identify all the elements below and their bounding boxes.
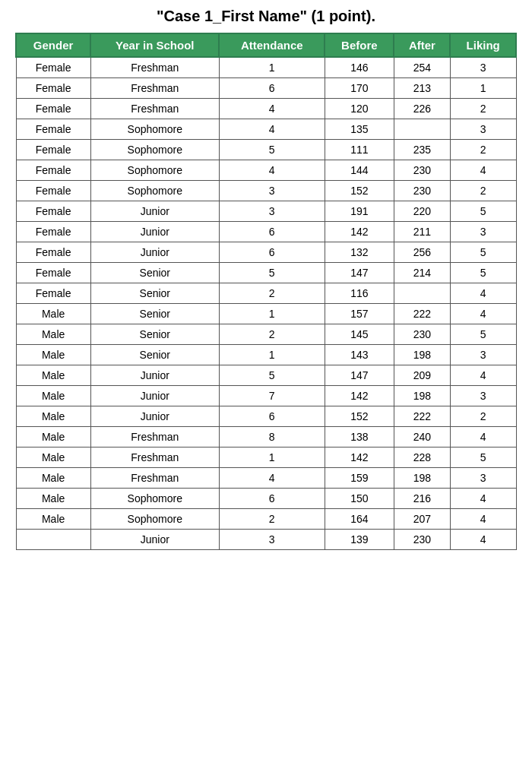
table-cell: 5 (219, 140, 325, 160)
table-cell: 4 (219, 160, 325, 181)
table-cell: Male (16, 324, 90, 345)
table-row: FemaleJunior61422113 (16, 222, 516, 242)
table-cell: 230 (394, 181, 450, 201)
header-before: Before (325, 33, 394, 57)
table-cell: 5 (219, 263, 325, 283)
table-cell (394, 119, 450, 140)
table-cell: 198 (394, 386, 450, 406)
table-cell: 157 (325, 304, 394, 324)
table-cell: 144 (325, 160, 394, 181)
header-liking: Liking (450, 33, 516, 57)
table-cell: 145 (325, 324, 394, 345)
table-cell: 2 (450, 99, 516, 119)
table-cell: Freshman (90, 78, 219, 99)
table-cell: Junior (90, 530, 219, 550)
table-row: FemaleSenior21164 (16, 283, 516, 304)
table-cell: 7 (219, 386, 325, 406)
table-cell: Female (16, 181, 90, 201)
table-row: FemaleJunior61322565 (16, 242, 516, 263)
table-cell: 207 (394, 509, 450, 530)
table-cell: 226 (394, 99, 450, 119)
table-cell: 4 (450, 530, 516, 550)
table-cell: 142 (325, 448, 394, 468)
table-cell: 5 (450, 263, 516, 283)
table-cell: Male (16, 304, 90, 324)
table-cell: 4 (450, 304, 516, 324)
table-cell: 143 (325, 345, 394, 365)
table-row: FemaleSophomore31522302 (16, 181, 516, 201)
table-cell: 4 (219, 119, 325, 140)
table-cell: 170 (325, 78, 394, 99)
table-cell: Male (16, 427, 90, 448)
table-row: MaleSenior11572224 (16, 304, 516, 324)
table-row: FemaleSophomore41353 (16, 119, 516, 140)
table-cell: 211 (394, 222, 450, 242)
table-cell: 139 (325, 530, 394, 550)
table-cell (16, 530, 90, 550)
table-cell: Male (16, 468, 90, 489)
table-cell: Female (16, 140, 90, 160)
table-cell: 214 (394, 263, 450, 283)
table-row: FemaleSophomore41442304 (16, 160, 516, 181)
table-cell: 147 (325, 365, 394, 386)
table-cell: 152 (325, 181, 394, 201)
table-row: FemaleJunior31912205 (16, 201, 516, 222)
table-cell: Sophomore (90, 160, 219, 181)
table-cell: 3 (450, 386, 516, 406)
table-cell: Freshman (90, 468, 219, 489)
table-cell: Sophomore (90, 509, 219, 530)
table-cell: 2 (219, 324, 325, 345)
table-header-row: Gender Year in School Attendance Before … (16, 33, 516, 57)
table-cell: Junior (90, 222, 219, 242)
table-cell: 111 (325, 140, 394, 160)
table-cell: Senior (90, 263, 219, 283)
table-cell: 142 (325, 222, 394, 242)
header-gender: Gender (16, 33, 90, 57)
table-row: FemaleFreshman11462543 (16, 57, 516, 78)
table-cell: 240 (394, 427, 450, 448)
table-cell: 120 (325, 99, 394, 119)
table-cell: Sophomore (90, 119, 219, 140)
table-cell: Female (16, 160, 90, 181)
table-cell: 254 (394, 57, 450, 78)
table-cell: 146 (325, 57, 394, 78)
table-cell: 2 (450, 181, 516, 201)
table-row: MaleSophomore21642074 (16, 509, 516, 530)
table-cell: 5 (450, 324, 516, 345)
table-cell: 191 (325, 201, 394, 222)
table-cell: Freshman (90, 448, 219, 468)
table-cell: 3 (450, 468, 516, 489)
table-cell: Sophomore (90, 140, 219, 160)
table-cell: Freshman (90, 427, 219, 448)
table-row: Junior31392304 (16, 530, 516, 550)
table-cell: 3 (450, 345, 516, 365)
table-cell (394, 283, 450, 304)
table-cell: Male (16, 365, 90, 386)
table-cell: Senior (90, 304, 219, 324)
table-cell: 2 (450, 140, 516, 160)
table-cell: 147 (325, 263, 394, 283)
table-cell: 222 (394, 304, 450, 324)
table-cell: 198 (394, 468, 450, 489)
table-cell: Sophomore (90, 181, 219, 201)
table-row: FemaleSenior51472145 (16, 263, 516, 283)
table-cell: 132 (325, 242, 394, 263)
table-cell: 3 (450, 119, 516, 140)
table-cell: 4 (219, 99, 325, 119)
table-cell: 142 (325, 386, 394, 406)
table-cell: Senior (90, 324, 219, 345)
table-cell: 3 (219, 530, 325, 550)
table-cell: 3 (450, 222, 516, 242)
table-cell: 138 (325, 427, 394, 448)
table-row: MaleSophomore61502164 (16, 489, 516, 509)
table-cell: Freshman (90, 57, 219, 78)
table-cell: Female (16, 99, 90, 119)
table-cell: Female (16, 242, 90, 263)
table-cell: Junior (90, 386, 219, 406)
table-cell: 159 (325, 468, 394, 489)
table-cell: 6 (219, 222, 325, 242)
table-cell: Male (16, 345, 90, 365)
table-cell: 1 (450, 78, 516, 99)
table-row: FemaleSophomore51112352 (16, 140, 516, 160)
table-cell: 4 (450, 427, 516, 448)
